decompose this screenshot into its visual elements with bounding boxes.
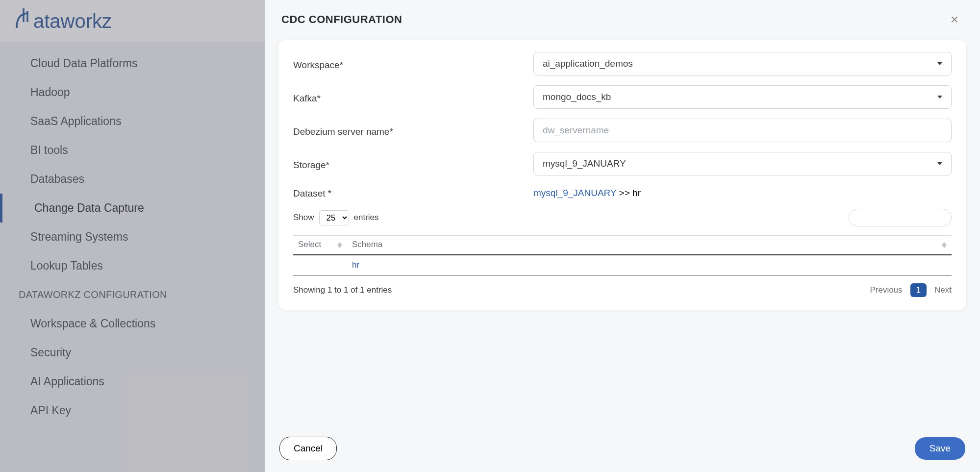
dataset-link[interactable]: mysql_9_JANUARY xyxy=(533,188,616,198)
sort-icon xyxy=(942,243,947,248)
sidebar-item-streaming-systems[interactable]: Streaming Systems xyxy=(0,223,265,251)
row-select-cell[interactable] xyxy=(293,255,347,275)
workspace-value: ai_application_demos xyxy=(543,58,633,69)
svg-text:ataworkz: ataworkz xyxy=(33,10,112,32)
sidebar-section-dataworkz-config: DATAWORKZ CONFIGURATION xyxy=(0,280,265,309)
sidebar-item-security[interactable]: Security xyxy=(0,338,265,367)
table-search-input[interactable] xyxy=(849,209,952,226)
dataset-tail: hr xyxy=(632,188,641,198)
sidebar-item-cloud-data-platforms[interactable]: Cloud Data Platforms xyxy=(0,49,265,78)
next-button[interactable]: Next xyxy=(934,285,952,295)
chevron-down-icon xyxy=(937,162,942,165)
kafka-select[interactable]: mongo_docs_kb xyxy=(533,85,952,109)
col-schema[interactable]: Schema xyxy=(347,236,952,255)
entries-select[interactable]: 25 xyxy=(319,210,349,225)
sort-icon xyxy=(337,243,342,248)
debezium-label: Debezium server name* xyxy=(293,124,533,137)
modal-cdc-config: CDC CONFIGURATION × Workspace* ai_applic… xyxy=(265,0,980,472)
kafka-label: Kafka* xyxy=(293,90,533,104)
save-button[interactable]: Save xyxy=(915,437,965,460)
sidebar: Cloud Data Platforms Hadoop SaaS Applica… xyxy=(0,42,265,472)
debezium-input[interactable] xyxy=(533,119,952,142)
workspace-select[interactable]: ai_application_demos xyxy=(533,52,952,75)
close-icon[interactable]: × xyxy=(946,11,963,28)
sidebar-item-databases[interactable]: Databases xyxy=(0,165,265,194)
chevron-down-icon xyxy=(937,96,942,99)
sidebar-item-hadoop[interactable]: Hadoop xyxy=(0,78,265,107)
show-label-post: entries xyxy=(354,213,379,223)
modal-title: CDC CONFIGURATION xyxy=(281,13,402,26)
dataset-label: Dataset * xyxy=(293,185,533,199)
sidebar-item-workspace-collections[interactable]: Workspace & Collections xyxy=(0,309,265,338)
cancel-button[interactable]: Cancel xyxy=(279,437,337,460)
col-select[interactable]: Select xyxy=(293,236,347,255)
sidebar-item-api-key[interactable]: API Key xyxy=(0,396,265,425)
dataset-breadcrumb: mysql_9_JANUARY >> hr xyxy=(533,186,952,199)
show-label-pre: Show xyxy=(293,213,314,223)
storage-select[interactable]: mysql_9_JANUARY xyxy=(533,152,952,175)
chevron-down-icon xyxy=(937,62,942,65)
schema-table: Select Schema hr xyxy=(293,235,952,275)
prev-button[interactable]: Previous xyxy=(870,285,902,295)
storage-value: mysql_9_JANUARY xyxy=(543,158,626,169)
dataset-sep: >> xyxy=(616,188,632,198)
sidebar-item-ai-applications[interactable]: AI Applications xyxy=(0,367,265,396)
table-info: Showing 1 to 1 of 1 entries xyxy=(293,285,392,295)
storage-label: Storage* xyxy=(293,157,533,171)
sidebar-item-saas-applications[interactable]: SaaS Applications xyxy=(0,107,265,136)
sidebar-item-change-data-capture[interactable]: Change Data Capture xyxy=(0,194,265,223)
table-row: hr xyxy=(293,255,952,275)
schema-link[interactable]: hr xyxy=(352,260,359,270)
sidebar-item-bi-tools[interactable]: BI tools xyxy=(0,136,265,165)
workspace-label: Workspace* xyxy=(293,57,533,71)
pager: Previous 1 Next xyxy=(870,283,952,297)
logo: ataworkz xyxy=(12,7,149,35)
kafka-value: mongo_docs_kb xyxy=(543,92,611,102)
config-card: Workspace* ai_application_demos Kafka* m… xyxy=(278,40,966,310)
sidebar-item-lookup-tables[interactable]: Lookup Tables xyxy=(0,251,265,280)
page-number[interactable]: 1 xyxy=(910,283,927,297)
